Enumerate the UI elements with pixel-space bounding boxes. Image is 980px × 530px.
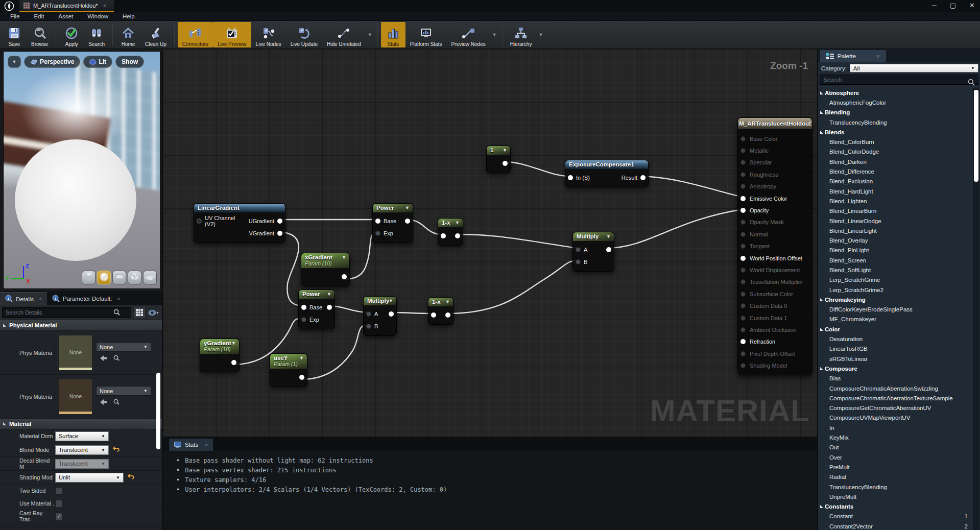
toolbar-button-home[interactable]: Home <box>116 22 140 47</box>
show-button[interactable]: Show <box>115 56 144 68</box>
input-pin[interactable] <box>740 268 746 273</box>
output-pin-tangent[interactable]: Tangent <box>738 240 812 252</box>
window-close-button[interactable]: ✕ <box>969 2 975 9</box>
output-pin-custom-data-1[interactable]: Custom Data 1 <box>738 312 812 324</box>
output-pin-emissive-color[interactable]: Emissive Color <box>738 192 812 204</box>
tab-parameter-default[interactable]: iParameter Default:× <box>47 292 125 305</box>
output-pin[interactable] <box>445 312 450 318</box>
palette-item-blend-colorburn[interactable]: Blend_ColorBurn <box>818 137 980 147</box>
menu-window[interactable]: Window <box>80 13 115 19</box>
toolbar-button-connectors[interactable]: Connectors <box>178 22 213 47</box>
output-pin-roughness[interactable]: Roughness <box>738 168 812 180</box>
tab-close-icon[interactable]: × <box>39 296 42 302</box>
graph-node-one-minus-x-1[interactable]: 1-x▼ <box>438 218 463 246</box>
palette-category-atmosphere[interactable]: Atmosphere <box>818 88 980 98</box>
preview-mesh-sphere[interactable] <box>15 139 136 261</box>
material-graph-canvas[interactable]: Zoom -1 MATERIAL LinearGradientUV Channe… <box>162 49 817 437</box>
palette-item-blend-exclusion[interactable]: Blend_Exclusion <box>818 177 980 186</box>
output-pin[interactable] <box>277 219 282 224</box>
palette-item-bias[interactable]: Bias <box>818 374 980 383</box>
asset-thumbnail[interactable]: None <box>59 335 92 370</box>
output-pin[interactable] <box>405 219 410 224</box>
palette-item-mf-chromakeyer[interactable]: MF_Chromakeyer <box>818 315 980 324</box>
preview-viewport[interactable]: Z Y X ▼ Perspective Lit Show <box>3 51 160 289</box>
output-pin[interactable] <box>606 247 611 252</box>
palette-item-blend-linearburn[interactable]: Blend_LinearBurn <box>818 206 980 216</box>
reset-to-default-icon[interactable] <box>128 474 134 481</box>
palette-item-constant[interactable]: Constant1 <box>818 512 980 521</box>
chevron-down-icon[interactable]: ▼ <box>389 298 393 303</box>
input-pin[interactable] <box>366 311 371 317</box>
palette-item-blend-screen[interactable]: Blend_Screen <box>818 255 980 265</box>
input-pin[interactable] <box>568 175 573 180</box>
palette-item-blend-softlight[interactable]: Blend_SoftLight <box>818 265 980 275</box>
toolbar-button-stats[interactable]: Stats <box>381 22 405 47</box>
tab-details[interactable]: iDetails× <box>0 292 47 305</box>
tab-stats[interactable]: Stats × <box>169 439 213 451</box>
perspective-button[interactable]: Perspective <box>24 56 80 68</box>
palette-item-blend-linearlight[interactable]: Blend_LinearLight <box>818 226 980 235</box>
palette-scrollbar[interactable] <box>974 90 978 182</box>
section-header-material[interactable]: Material <box>0 418 162 429</box>
input-pin[interactable] <box>431 312 436 318</box>
checkbox-two-sided[interactable] <box>55 487 63 495</box>
output-pin[interactable] <box>503 161 508 166</box>
toolbar-button-hide-unrelated[interactable]: Hide Unrelated <box>322 22 366 47</box>
output-pin-pixel-depth-offset[interactable]: Pixel Depth Offset <box>738 348 812 359</box>
menu-edit[interactable]: Edit <box>27 13 52 19</box>
shape-button-teapot[interactable] <box>143 271 157 284</box>
input-pin[interactable] <box>366 324 371 329</box>
palette-item-in[interactable]: In <box>818 423 980 432</box>
output-pin-world-displacement[interactable]: World Displacement <box>738 264 812 276</box>
palette-item-unpremult[interactable]: UnpreMult <box>818 492 980 501</box>
input-pin[interactable] <box>441 233 446 238</box>
details-scrollbar[interactable] <box>156 373 160 449</box>
palette-item-diffcolorkeyererodesinglepass[interactable]: DiffColorKeyerErodeSinglePass <box>818 305 980 315</box>
use-selected-icon[interactable] <box>100 354 107 363</box>
chevron-down-icon[interactable]: ▼ <box>606 234 611 239</box>
shape-button-sphere[interactable] <box>97 271 111 284</box>
palette-item-blend-hardlight[interactable]: Blend_HardLight <box>818 186 980 196</box>
output-pin-world-position-offset[interactable]: World Position Offset <box>738 252 812 264</box>
chevron-down-icon[interactable]: ▼ <box>490 32 499 37</box>
input-pin[interactable] <box>740 136 746 141</box>
output-pin-ambient-occlusion[interactable]: Ambient Occlusion <box>738 324 812 335</box>
palette-category-blends[interactable]: Blends <box>818 127 980 137</box>
palette-item-over[interactable]: Over <box>818 452 980 462</box>
palette-item-translucencyblending[interactable]: TranslucencyBlending <box>818 117 980 127</box>
input-pin[interactable] <box>740 292 746 297</box>
palette-item-radial[interactable]: Radial <box>818 472 980 482</box>
window-maximize-button[interactable]: ▢ <box>950 2 956 9</box>
output-pin[interactable] <box>389 311 394 317</box>
input-pin[interactable] <box>740 327 746 332</box>
input-pin[interactable] <box>576 247 581 252</box>
toolbar-button-search[interactable]: Search <box>84 22 109 47</box>
stats-tab-close-icon[interactable]: × <box>205 442 208 448</box>
chevron-down-icon[interactable]: ▼ <box>536 32 545 37</box>
output-pin[interactable] <box>455 233 460 238</box>
menu-file[interactable]: File <box>3 13 27 19</box>
input-pin[interactable] <box>375 219 380 224</box>
toolbar-button-live-nodes[interactable]: Live Nodes <box>251 22 286 47</box>
palette-item-srgbtolinear[interactable]: sRGBToLinear <box>818 354 980 364</box>
palette-category-constants[interactable]: Constants <box>818 501 980 511</box>
toolbar-button-preview-nodes[interactable]: Preview Nodes <box>446 22 490 47</box>
input-pin[interactable] <box>740 303 746 308</box>
material-output-node[interactable]: M_ARTranslucentHoldout Base ColorMetalli… <box>737 117 812 375</box>
reset-to-default-icon[interactable] <box>113 446 119 453</box>
graph-node-multiply-2[interactable]: Multiply▼AB <box>363 296 397 336</box>
use-selected-icon[interactable] <box>100 398 107 407</box>
palette-item-blend-lighten[interactable]: Blend_Lighten <box>818 196 980 206</box>
palette-item-blend-colordodge[interactable]: Blend_ColorDodge <box>818 147 980 157</box>
property-matrix-button[interactable] <box>133 307 146 318</box>
input-pin[interactable] <box>740 256 746 261</box>
asset-select[interactable]: None▼ <box>96 342 151 352</box>
palette-search-input[interactable] <box>820 75 978 85</box>
chevron-down-icon[interactable]: ▼ <box>455 220 460 225</box>
menu-help[interactable]: Help <box>115 13 142 19</box>
output-pin-normal[interactable]: Normal <box>738 228 812 240</box>
chevron-down-icon[interactable]: ▼ <box>342 255 346 260</box>
output-pin-subsurface-color[interactable]: Subsurface Color <box>738 288 812 300</box>
palette-item-lerp-scratchgrime[interactable]: Lerp_ScratchGrime <box>818 275 980 285</box>
browse-to-asset-icon[interactable] <box>113 398 119 407</box>
